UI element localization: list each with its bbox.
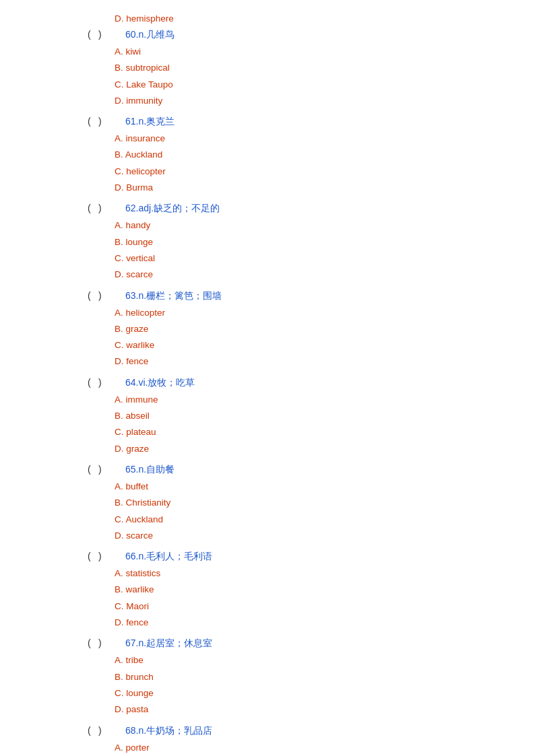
options-list-68: A. porterB. dairy [115,740,508,757]
options-list-67: A. tribeB. brunchC. loungeD. pasta [115,652,508,718]
paren-left-60: ( [88,29,96,40]
option-63-C: C. warlike [115,337,508,353]
option-68-A: A. porter [115,740,508,756]
option-61-C: C. helicopter [115,164,508,180]
answer-blank-64: ) [98,377,125,388]
paren-left-68: ( [88,725,96,736]
paren-left-61: ( [88,116,96,127]
paren-left-67: ( [88,638,96,648]
answer-blank-68: ) [98,725,125,736]
option-62-A: A. handy [115,217,508,234]
question-label-65: 65.n.自助餐 [125,464,175,476]
question-60: ( )60.n.几维鸟A. kiwiB. subtropicalC. Lake … [27,29,508,109]
question-label-64: 64.vi.放牧；吃草 [125,377,195,389]
paren-left-63: ( [88,290,96,301]
option-61-A: A. insurance [115,131,508,147]
option-66-D: D. fence [115,615,508,631]
question-67: ( )67.n.起居室；休息室A. tribeB. brunchC. loung… [27,638,508,718]
option-65-B: B. Christianity [115,495,508,511]
paren-left-64: ( [88,377,96,388]
answer-blank-65: ) [98,464,125,475]
question-64: ( )64.vi.放牧；吃草A. immuneB. abseilC. plate… [27,377,508,457]
option-60-C: C. Lake Taupo [115,77,508,93]
option-66-B: B. warlike [115,582,508,598]
option-64-B: B. abseil [115,408,508,424]
answer-blank-66: ) [98,551,125,561]
option-65-D: D. scarce [115,528,508,544]
question-63: ( )63.n.栅栏；篱笆；围墙A. helicopterB. grazeC. … [27,290,508,370]
paren-left-65: ( [88,464,96,475]
answer-blank-63: ) [98,290,125,301]
options-list-66: A. statisticsB. warlikeC. MaoriD. fence [115,565,508,631]
question-label-66: 66.n.毛利人；毛利语 [125,551,212,563]
option-65-A: A. buffet [115,479,508,495]
option-67-B: B. brunch [115,669,508,685]
option-67-C: C. lounge [115,685,508,701]
answer-blank-67: ) [98,638,125,648]
question-68: ( )68.n.牛奶场；乳品店A. porterB. dairy [27,725,508,757]
option-61-D: D. Burma [115,180,508,196]
question-label-62: 62.adj.缺乏的；不足的 [125,203,220,215]
paren-left-66: ( [88,551,96,561]
paren-left-62: ( [88,203,96,213]
option-62-C: C. vertical [115,250,508,267]
prev-d-option: D. hemisphere [115,13,508,24]
option-63-B: B. graze [115,321,508,337]
options-list-62: A. handyB. loungeC. verticalD. scarce [115,217,508,283]
option-65-C: C. Auckland [115,512,508,528]
question-65: ( )65.n.自助餐A. buffetB. ChristianityC. Au… [27,464,508,544]
option-66-A: A. statistics [115,565,508,582]
question-label-61: 61.n.奥克兰 [125,116,175,128]
option-62-D: D. scarce [115,267,508,283]
option-67-D: D. pasta [115,701,508,718]
question-62: ( )62.adj.缺乏的；不足的A. handyB. loungeC. ver… [27,203,508,283]
option-60-A: A. kiwi [115,44,508,60]
option-66-C: C. Maori [115,598,508,615]
question-66: ( )66.n.毛利人；毛利语A. statisticsB. warlikeC.… [27,551,508,631]
option-64-D: D. graze [115,441,508,457]
answer-blank-62: ) [98,203,125,213]
answer-blank-60: ) [98,29,125,40]
option-60-B: B. subtropical [115,60,508,76]
question-label-60: 60.n.几维鸟 [125,29,175,41]
option-63-A: A. helicopter [115,305,508,321]
options-list-60: A. kiwiB. subtropicalC. Lake TaupoD. imm… [115,44,508,109]
options-list-61: A. insuranceB. AucklandC. helicopterD. B… [115,131,508,196]
options-list-63: A. helicopterB. grazeC. warlikeD. fence [115,305,508,370]
question-label-63: 63.n.栅栏；篱笆；围墙 [125,290,222,302]
options-list-65: A. buffetB. ChristianityC. AucklandD. sc… [115,479,508,544]
content-area: D. hemisphere ( )60.n.几维鸟A. kiwiB. subtr… [27,13,508,756]
options-list-64: A. immuneB. abseilC. plateauD. graze [115,392,508,457]
option-63-D: D. fence [115,353,508,370]
question-label-67: 67.n.起居室；休息室 [125,638,212,650]
option-64-A: A. immune [115,392,508,408]
option-64-C: C. plateau [115,424,508,440]
question-61: ( )61.n.奥克兰A. insuranceB. AucklandC. hel… [27,116,508,196]
option-60-D: D. immunity [115,93,508,109]
question-label-68: 68.n.牛奶场；乳品店 [125,725,212,737]
option-61-B: B. Auckland [115,147,508,163]
option-67-A: A. tribe [115,652,508,668]
option-62-B: B. lounge [115,234,508,250]
answer-blank-61: ) [98,116,125,127]
